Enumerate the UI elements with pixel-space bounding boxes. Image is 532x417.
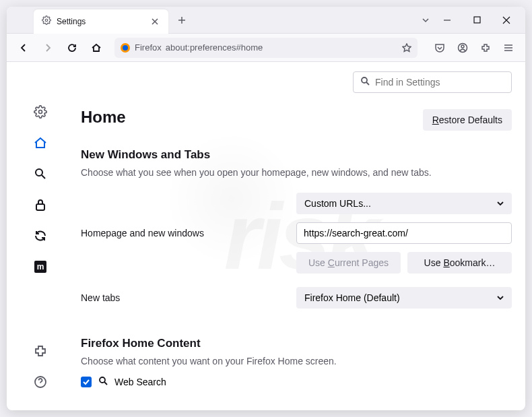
use-bookmark-button[interactable]: Use Bookmark… — [407, 252, 512, 274]
svg-point-0 — [45, 19, 48, 22]
home-button[interactable] — [86, 38, 106, 58]
maximize-button[interactable] — [465, 10, 489, 30]
sidebar-item-extensions[interactable] — [27, 338, 54, 364]
extensions-button[interactable] — [475, 38, 496, 58]
search-icon — [360, 76, 370, 88]
use-current-pages-button[interactable]: Use Current Pages — [296, 252, 401, 274]
sidebar-item-support[interactable] — [27, 368, 54, 395]
homepage-mode-select[interactable]: Custom URLs... — [296, 193, 512, 214]
newtabs-select[interactable]: Firefox Home (Default) — [296, 287, 512, 309]
svg-point-3 — [123, 45, 128, 51]
new-tab-button[interactable] — [172, 11, 191, 30]
minimize-button[interactable] — [435, 10, 459, 30]
tab-title: Settings — [57, 17, 144, 26]
web-search-checkbox[interactable] — [81, 377, 92, 387]
svg-point-7 — [36, 169, 42, 176]
app-menu-button[interactable] — [498, 38, 519, 58]
browser-tab[interactable]: Settings — [34, 9, 168, 34]
forward-button[interactable] — [38, 38, 58, 58]
section-new-windows-title: New Windows and Tabs — [81, 148, 512, 162]
section-home-content-title: Firefox Home Content — [81, 337, 512, 350]
close-window-button[interactable] — [494, 10, 519, 30]
sidebar-item-search[interactable] — [27, 160, 54, 187]
select-value: Firefox Home (Default) — [304, 292, 400, 303]
section-new-windows-sub: Choose what you see when you open your h… — [81, 167, 512, 178]
find-in-settings[interactable] — [353, 71, 512, 93]
sidebar-item-more[interactable]: m — [27, 253, 54, 280]
back-button[interactable] — [13, 38, 34, 58]
svg-point-6 — [39, 110, 42, 114]
svg-rect-1 — [474, 17, 480, 23]
select-value: Custom URLs... — [304, 198, 371, 209]
svg-rect-8 — [36, 204, 44, 210]
firefox-logo-icon — [120, 42, 131, 53]
account-button[interactable] — [453, 38, 473, 58]
newtabs-label: New tabs — [81, 292, 296, 303]
section-home-content-sub: Choose what content you want on your Fir… — [81, 356, 512, 366]
address-bar[interactable]: Firefox about:preferences#home — [114, 38, 418, 58]
pocket-button[interactable] — [430, 38, 450, 58]
tab-close-button[interactable] — [149, 16, 160, 27]
chevron-down-icon — [497, 198, 504, 209]
svg-point-10 — [362, 77, 367, 83]
restore-defaults-button[interactable]: Restore Defaults — [423, 109, 512, 131]
sidebar-item-sync[interactable] — [27, 222, 54, 249]
sidebar-item-general[interactable] — [27, 98, 54, 125]
sidebar-item-privacy[interactable] — [27, 191, 54, 218]
sidebar-item-home[interactable] — [27, 129, 54, 156]
reload-button[interactable] — [62, 38, 82, 58]
homepage-label: Homepage and new windows — [81, 228, 296, 238]
bookmark-star-button[interactable] — [401, 43, 412, 53]
find-input[interactable] — [375, 77, 504, 88]
chevron-down-icon — [497, 292, 504, 303]
identity-label: Firefox — [135, 42, 162, 53]
search-icon — [98, 376, 108, 388]
tabs-dropdown-button[interactable] — [416, 11, 435, 30]
settings-sidebar: m — [7, 62, 74, 410]
web-search-label: Web Search — [114, 377, 166, 387]
homepage-url-input[interactable] — [296, 222, 512, 244]
svg-point-11 — [100, 377, 105, 383]
gear-icon — [42, 15, 51, 28]
url-text: about:preferences#home — [166, 42, 397, 53]
svg-point-5 — [461, 45, 464, 48]
